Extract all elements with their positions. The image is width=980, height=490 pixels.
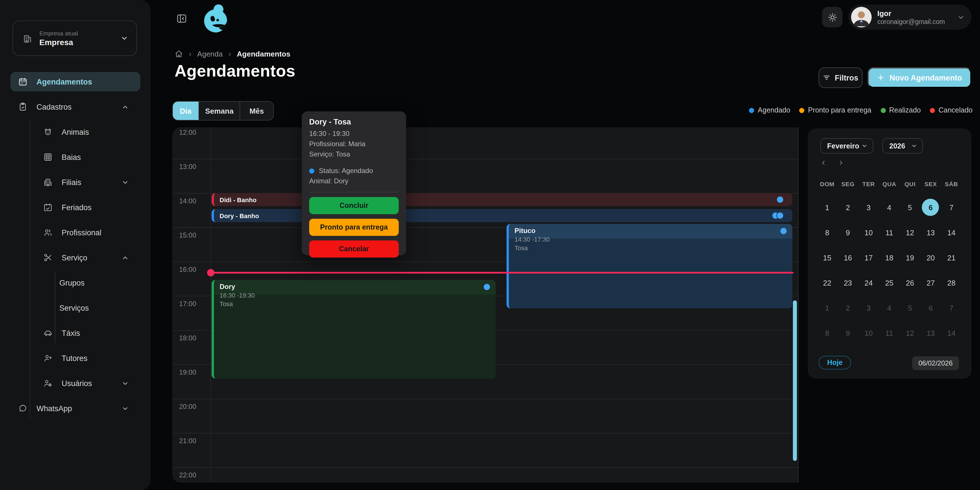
- day-cell: 7: [941, 299, 962, 316]
- day-cell[interactable]: 28: [941, 274, 962, 291]
- day-cell[interactable]: 14: [941, 224, 962, 241]
- event-didi-banho[interactable]: Didi - Banho: [212, 193, 792, 206]
- day-cell[interactable]: 27: [920, 274, 941, 291]
- sidebar-item-usuarios[interactable]: Usuários: [10, 373, 140, 393]
- grid-icon: [43, 152, 52, 161]
- hour-row[interactable]: 12:00: [172, 127, 798, 159]
- sidebar-collapse-button[interactable]: [176, 13, 187, 24]
- today-button[interactable]: Hoje: [819, 356, 851, 369]
- chevron-down-icon: [861, 143, 868, 149]
- date-row: 15 16 17 18 19 20 21: [817, 249, 962, 266]
- sidebar-item-filiais[interactable]: Filiais: [10, 172, 140, 192]
- legend-realizado: Realizado: [880, 106, 921, 114]
- day-cell[interactable]: 8: [817, 224, 838, 241]
- popup-professional: Profissional: Maria: [309, 139, 399, 149]
- day-cell: 14: [941, 324, 962, 342]
- day-cell: 4: [879, 299, 900, 316]
- filters-button[interactable]: Filtros: [819, 67, 862, 88]
- day-cell[interactable]: 18: [879, 249, 900, 266]
- filter-icon: [823, 74, 831, 81]
- hour-row[interactable]: 20:00: [172, 399, 798, 433]
- next-month-icon[interactable]: [837, 159, 844, 166]
- sidebar-item-taxis[interactable]: Táxis: [10, 323, 140, 343]
- event-pituco[interactable]: Pituco 14:30 -17:30 Tosa: [506, 224, 792, 308]
- app-logo: [201, 3, 231, 34]
- user-menu[interactable]: Igor coronaigor@gmail.com: [848, 5, 972, 30]
- hour-row[interactable]: 21:00: [172, 433, 798, 468]
- day-cell-selected[interactable]: 6: [922, 199, 939, 216]
- sidebar-item-label: Profissional: [62, 228, 140, 237]
- day-cell: 1: [817, 299, 838, 316]
- day-cell[interactable]: 24: [858, 274, 879, 291]
- day-cell[interactable]: 11: [879, 224, 900, 241]
- sidebar: Empresa atual Empresa Agendamentos Cadas…: [0, 0, 151, 490]
- sidebar-item-baias[interactable]: Baias: [10, 147, 140, 167]
- day-cell[interactable]: 7: [941, 199, 962, 216]
- day-cell[interactable]: 25: [879, 274, 900, 291]
- new-appointment-button[interactable]: Novo Agendamento: [868, 67, 972, 88]
- legend-agendado: Agendado: [749, 106, 790, 114]
- orange-dot-icon: [799, 108, 805, 113]
- day-cell[interactable]: 10: [858, 224, 879, 241]
- day-cell[interactable]: 19: [900, 249, 920, 266]
- day-cell[interactable]: 16: [838, 249, 859, 266]
- year-select[interactable]: 2026: [883, 138, 923, 154]
- day-cell[interactable]: 2: [837, 199, 858, 216]
- sidebar-item-tutores[interactable]: Tutores: [10, 348, 140, 368]
- selected-date-display: 06/02/2026: [912, 356, 959, 370]
- sidebar-item-label: WhatsApp: [37, 404, 121, 413]
- day-cell[interactable]: 21: [941, 249, 962, 266]
- day-cell[interactable]: 1: [817, 199, 837, 216]
- day-cell[interactable]: 13: [920, 224, 941, 241]
- users-icon: [43, 228, 52, 237]
- day-cell[interactable]: 22: [817, 274, 838, 291]
- prev-month-icon[interactable]: [820, 159, 827, 166]
- tab-mes[interactable]: Mês: [240, 102, 273, 120]
- cancel-button[interactable]: Cancelar: [309, 241, 399, 257]
- chevron-down-icon: [957, 13, 965, 21]
- tab-semana[interactable]: Semana: [199, 102, 240, 120]
- hour-row[interactable]: 22:00: [172, 468, 798, 483]
- calendar-check-icon: [43, 203, 52, 212]
- sidebar-item-animais[interactable]: Animais: [10, 122, 140, 142]
- vertical-scrollbar[interactable]: [793, 300, 797, 461]
- ready-for-delivery-button[interactable]: Pronto para entrega: [309, 219, 399, 236]
- day-cell[interactable]: 5: [900, 199, 920, 216]
- sidebar-item-servico[interactable]: Serviço: [10, 248, 140, 267]
- event-dory-tosa[interactable]: Dory 16:30 -19:30 Tosa: [212, 280, 496, 378]
- sun-icon: [827, 12, 837, 22]
- breadcrumb-agenda[interactable]: Agenda: [197, 49, 223, 58]
- view-tabs: Dia Semana Mês: [172, 101, 274, 120]
- day-cell: 12: [900, 324, 920, 342]
- day-cell[interactable]: 15: [817, 249, 838, 266]
- complete-button[interactable]: Concluir: [309, 197, 399, 214]
- day-cell[interactable]: 20: [920, 249, 941, 266]
- company-selector[interactable]: Empresa atual Empresa: [13, 21, 137, 56]
- sidebar-item-label: Filiais: [62, 178, 121, 187]
- theme-toggle-button[interactable]: [822, 7, 843, 27]
- tab-dia[interactable]: Dia: [173, 102, 199, 120]
- sidebar-item-cadastros[interactable]: Cadastros: [10, 97, 140, 117]
- hour-row[interactable]: 13:00: [172, 159, 798, 193]
- event-dory-banho[interactable]: Dory - Banho: [212, 209, 792, 222]
- home-icon[interactable]: [175, 49, 183, 58]
- date-row: 22 23 24 25 26 27 28: [817, 274, 962, 291]
- sidebar-item-label: Grupos: [59, 278, 140, 287]
- month-select[interactable]: Fevereiro: [820, 138, 873, 154]
- chevron-down-icon: [911, 143, 917, 149]
- day-cell[interactable]: 17: [858, 249, 879, 266]
- day-cell[interactable]: 23: [838, 274, 859, 291]
- sidebar-item-grupos[interactable]: Grupos: [10, 273, 140, 292]
- current-time-indicator: [210, 272, 794, 273]
- sidebar-item-profissional[interactable]: Profissional: [10, 223, 140, 242]
- page-title: Agendamentos: [175, 62, 296, 81]
- sidebar-item-servicos[interactable]: Serviços: [10, 298, 140, 318]
- day-cell[interactable]: 9: [838, 224, 859, 241]
- day-cell[interactable]: 3: [858, 199, 879, 216]
- day-cell[interactable]: 26: [900, 274, 920, 291]
- sidebar-item-agendamentos[interactable]: Agendamentos: [10, 72, 140, 91]
- day-cell[interactable]: 4: [879, 199, 899, 216]
- day-cell[interactable]: 12: [900, 224, 920, 241]
- sidebar-item-feriados[interactable]: Feriados: [10, 198, 140, 217]
- sidebar-item-whatsapp[interactable]: WhatsApp: [10, 399, 140, 418]
